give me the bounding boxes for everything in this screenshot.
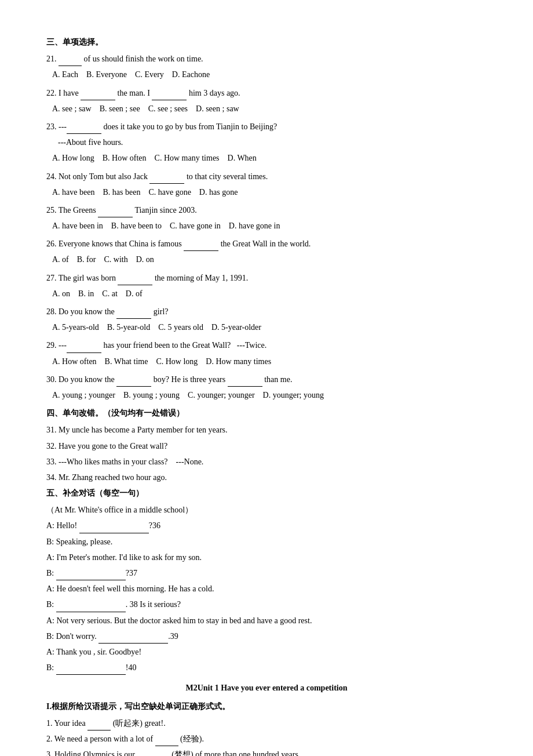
dialogue-b3: B: . 38 Is it serious?	[46, 597, 487, 612]
section-3-title: 三、单项选择。	[46, 35, 487, 49]
q25: 25. The Greens Tianjin since 2003.	[46, 203, 487, 217]
q31: 31. My uncle has become a Party member f…	[46, 423, 487, 437]
dialogue-b2: B: ?37	[46, 566, 487, 580]
q21-options: A. Each B. Everyone C. Every D. Eachone	[46, 67, 487, 82]
dialogue-context: （At Mr. White's office in a middle schoo…	[46, 503, 487, 517]
q29-options: A. How often B. What time C. How long D.…	[46, 354, 487, 369]
q24-options: A. have been B. has been C. have gone D.…	[46, 185, 487, 199]
dialogue-b5: B: !40	[46, 660, 487, 675]
main-content: 三、单项选择。 21. of us should finish the work…	[46, 35, 487, 756]
q33: 33. ---Who likes maths in your class? --…	[46, 455, 487, 469]
q24: 24. Not only Tom but also Jack to that c…	[46, 169, 487, 184]
q28: 28. Do you know the girl?	[46, 304, 487, 319]
dialogue-a2: A: I'm Peter's mother. I'd like to ask f…	[46, 550, 487, 565]
q25-options: A. have been in B. have been to C. have …	[46, 219, 487, 233]
section-5: 五、补全对话（每空一句） （At Mr. White's office in a…	[46, 486, 487, 675]
q32: 32. Have you gone to the Great wall?	[46, 439, 487, 453]
q27-options: A. on B. in C. at D. of	[46, 286, 487, 301]
q28-options: A. 5-years-old B. 5-year-old C. 5 years …	[46, 320, 487, 335]
q30-options: A. young ; younger B. young ; young C. y…	[46, 388, 487, 402]
q23-options: A. How long B. How often C. How many tim…	[46, 151, 487, 165]
q23: 23. --- does it take you to go by bus fr…	[46, 119, 487, 134]
u-q3: 3. Holding Olympics is our (梦想) of more …	[46, 747, 487, 756]
q27: 27. The girl was born the morning of May…	[46, 271, 487, 285]
q22-options: A. see ; saw B. seen ; see C. see ; sees…	[46, 101, 487, 116]
q26-options: A. of B. for C. with D. on	[46, 252, 487, 267]
section-4: 四、单句改错。（没句均有一处错误） 31. My uncle has becom…	[46, 406, 487, 485]
q23-sub: ---About five hours.	[46, 135, 487, 150]
unit-title: M2Unit 1 Have you ever entered a competi…	[46, 681, 487, 695]
q30: 30. Do you know the boy? He is three yea…	[46, 372, 487, 387]
dialogue-b1: B: Speaking, please.	[46, 535, 487, 549]
q34: 34. Mr. Zhang reached two hour ago.	[46, 470, 487, 485]
dialogue-a4: A: Not very serious. But the doctor aske…	[46, 613, 487, 628]
unit-section: M2Unit 1 Have you ever entered a competi…	[46, 681, 487, 756]
dialogue-b4: B: Don't worry. .39	[46, 629, 487, 644]
part-1-title: I.根据所给汉语提示，写出空缺处单词正确形式式。	[46, 699, 487, 714]
dialogue-a1: A: Hello! ?36	[46, 518, 487, 533]
u-q1: 1. Your idea (听起来) great!.	[46, 716, 487, 730]
u-q2: 2. We need a person with a lot of (经验).	[46, 732, 487, 746]
dialogue-a3: A: He doesn't feel well this morning. He…	[46, 581, 487, 596]
q22: 22. I have the man. I him 3 days ago.	[46, 86, 487, 100]
q29: 29. --- has your friend been to the Grea…	[46, 338, 487, 352]
section-5-title: 五、补全对话（每空一句）	[46, 486, 487, 500]
q26: 26. Everyone knows that China is famous …	[46, 237, 487, 251]
section-3: 三、单项选择。 21. of us should finish the work…	[46, 35, 487, 402]
dialogue-a5: A: Thank you , sir. Goodbye!	[46, 645, 487, 659]
q21: 21. of us should finish the work on time…	[46, 52, 487, 66]
section-4-title: 四、单句改错。（没句均有一处错误）	[46, 406, 487, 420]
